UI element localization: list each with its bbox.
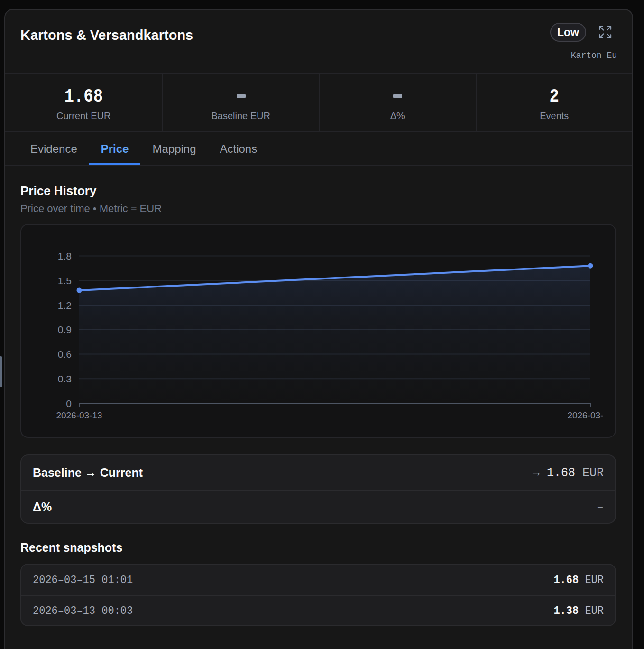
svg-text:1.2: 1.2 [58,300,72,311]
svg-text:2026-03-13: 2026-03-13 [56,410,102,420]
svg-text:0.6: 0.6 [58,349,72,360]
svg-text:0: 0 [66,398,72,409]
svg-text:2026-03-15: 2026-03-15 [567,410,604,420]
svg-text:0.9: 0.9 [58,324,72,335]
svg-text:0.3: 0.3 [58,373,72,384]
svg-text:1.8: 1.8 [58,250,72,261]
svg-text:1.5: 1.5 [58,275,72,286]
